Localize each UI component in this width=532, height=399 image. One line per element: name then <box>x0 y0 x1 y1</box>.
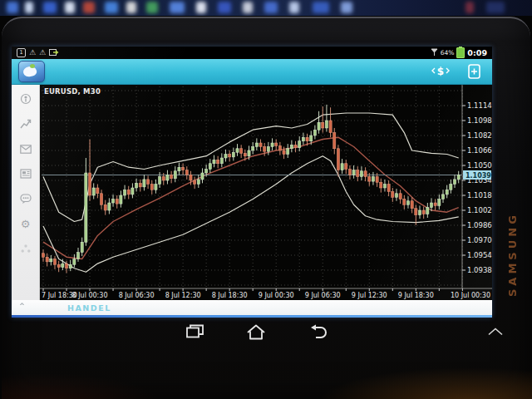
y-axis-label: 1.10660 <box>467 146 492 155</box>
photo-bottom-glow <box>2 344 532 399</box>
new-order-icon[interactable]: $ <box>431 65 450 78</box>
screen-edge-highlight <box>12 315 492 318</box>
new-chart-icon[interactable] <box>468 64 480 79</box>
sidebar-item-quotes[interactable] <box>19 93 32 106</box>
battery-icon <box>456 47 465 58</box>
tablet-device: SAMSUNG 1 ⚠ ⚠ 64% 0:09 <box>2 17 530 399</box>
nav-home-button[interactable] <box>237 320 275 343</box>
x-axis-label: 8 Jul 00:30 <box>72 292 108 299</box>
y-axis-label: 1.10820 <box>467 131 492 140</box>
y-axis-label: 1.10020 <box>467 206 492 214</box>
battery-percent: 64% <box>441 49 455 57</box>
antenna-icon <box>431 48 438 57</box>
y-axis-label: 1.09540 <box>467 251 492 259</box>
x-axis-label: 8 Jul 18:30 <box>212 292 248 299</box>
y-axis-label: 1.10980 <box>467 116 492 125</box>
x-axis-label: 10 Jul 00:30 <box>451 292 490 299</box>
y-axis-label: 1.10500 <box>467 161 492 170</box>
x-axis-label: 9 Jul 00:30 <box>259 292 294 299</box>
clock: 0:09 <box>467 48 487 57</box>
sidebar-item-charts[interactable] <box>19 118 32 131</box>
sidebar-item-chat[interactable] <box>19 193 32 205</box>
samsung-logo: SAMSUNG <box>506 131 519 297</box>
nav-back-button[interactable] <box>299 320 337 343</box>
svg-text:$: $ <box>437 66 444 77</box>
candlestick-chart-canvas[interactable]: 1.111401.109801.108201.106601.105001.103… <box>40 85 492 301</box>
warning-icon: ⚠ <box>29 48 36 57</box>
y-axis-label: 1.09700 <box>467 236 492 244</box>
warning-icon: ⚠ <box>39 48 46 57</box>
y-axis-label: 1.10180 <box>467 191 492 200</box>
bottom-trade-bar: ˄ HANDEL <box>12 300 492 315</box>
x-axis-label: 9 Jul 12:30 <box>352 292 387 299</box>
nav-hide-chevron[interactable] <box>480 320 510 343</box>
screenshot-arrow-icon <box>49 48 59 57</box>
tablet-screen: 1 ⚠ ⚠ 64% 0:09 <box>12 47 492 318</box>
trade-button[interactable]: HANDEL <box>67 303 111 313</box>
sidebar-item-settings[interactable]: ⚙ <box>19 218 32 230</box>
svg-text:1.10398: 1.10398 <box>466 172 492 180</box>
y-axis-label: 1.09860 <box>467 221 492 229</box>
notification-count-icon: 1 <box>17 48 26 57</box>
x-axis-label: 9 Jul 18:30 <box>398 292 434 299</box>
sidebar-item-mail[interactable] <box>19 143 32 155</box>
price-chart[interactable]: EURUSD, M30 1.111401.109801.108201.10660… <box>40 85 492 300</box>
y-axis-label: 1.11140 <box>467 101 492 110</box>
sidebar-item-community[interactable] <box>19 243 32 255</box>
android-status-bar: 1 ⚠ ⚠ 64% 0:09 <box>12 47 492 59</box>
chevron-up-icon[interactable]: ˄ <box>19 303 26 312</box>
chart-symbol-label: EURUSD, M30 <box>44 87 101 96</box>
x-axis-label: 9 Jul 06:30 <box>305 292 341 299</box>
metatrader-app-icon[interactable] <box>18 61 45 82</box>
x-axis-label: 8 Jul 12:30 <box>165 292 201 299</box>
sidebar-item-news[interactable] <box>19 168 32 180</box>
background-monitor-bokeh <box>0 0 532 16</box>
app-sidebar: ⚙ <box>12 85 40 300</box>
nav-recents-button[interactable] <box>176 320 214 343</box>
x-axis-label: 8 Jul 06:30 <box>119 292 155 299</box>
y-axis-label: 1.09380 <box>467 266 492 274</box>
app-header: $ <box>12 59 492 85</box>
